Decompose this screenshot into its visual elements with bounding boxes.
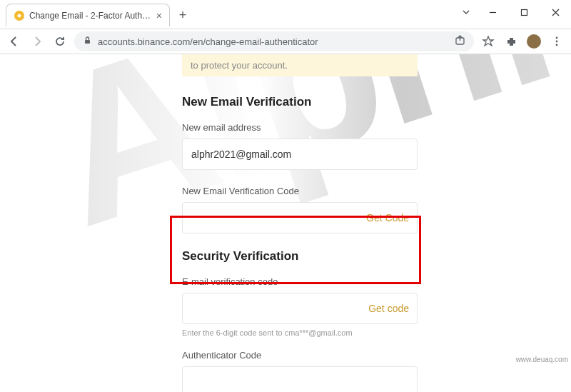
source-attribution: www.deuaq.com <box>516 356 568 363</box>
email-code-label: E-mail verification code <box>182 276 418 287</box>
lock-icon <box>83 36 92 47</box>
share-icon[interactable] <box>455 35 465 48</box>
back-button[interactable] <box>6 33 23 50</box>
info-banner: to protect your account. <box>182 54 418 76</box>
get-code-button-new[interactable]: Get Code <box>366 212 409 223</box>
new-email-label: New email address <box>182 122 418 133</box>
browser-tab[interactable]: Change Email - 2-Factor Authent × <box>6 4 170 26</box>
extensions-icon[interactable] <box>502 33 520 50</box>
new-tab-button[interactable]: + <box>173 5 193 25</box>
new-email-code-label: New Email Verification Code <box>182 186 418 196</box>
reload-button[interactable] <box>51 33 69 50</box>
authenticator-code-input[interactable] <box>182 366 418 392</box>
section-heading-security: Security Verification <box>182 249 418 263</box>
new-email-input[interactable] <box>182 139 418 170</box>
svg-point-8 <box>556 41 558 43</box>
close-window-button[interactable] <box>540 4 571 21</box>
star-icon[interactable] <box>480 33 497 50</box>
email-code-helper: Enter the 6-digit code sent to cma***@gm… <box>182 328 418 337</box>
url-text: accounts.binance.com/en/change-email-aut… <box>98 36 449 47</box>
svg-rect-2 <box>521 9 527 15</box>
maximize-button[interactable] <box>508 4 540 21</box>
svg-point-7 <box>556 37 558 39</box>
favicon-icon <box>14 10 25 21</box>
forward-button[interactable] <box>29 33 46 50</box>
tab-title: Change Email - 2-Factor Authent <box>29 11 152 21</box>
svg-point-9 <box>556 44 558 46</box>
address-bar[interactable]: accounts.binance.com/en/change-email-aut… <box>74 31 474 51</box>
menu-icon[interactable] <box>548 33 565 50</box>
tab-overflow-icon[interactable] <box>455 4 477 21</box>
section-heading-new-email: New Email Verification <box>182 95 418 109</box>
profile-avatar[interactable] <box>525 33 542 50</box>
svg-rect-5 <box>85 40 90 44</box>
authenticator-code-label: Authenticator Code <box>182 350 418 361</box>
tab-close-icon[interactable]: × <box>156 10 162 21</box>
get-code-button-security[interactable]: Get code <box>368 303 409 314</box>
minimize-button[interactable] <box>477 4 508 21</box>
